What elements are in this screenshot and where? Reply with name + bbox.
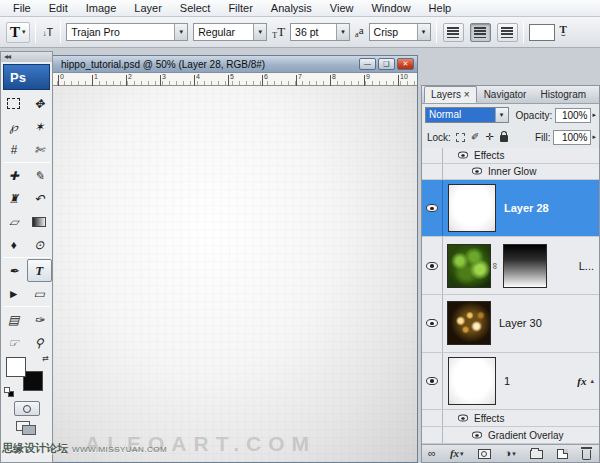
layer-row-1[interactable]: 1 fx ▴ — [422, 353, 599, 411]
menu-edit[interactable]: Edit — [40, 0, 77, 16]
chevron-down-icon[interactable]: ▾ — [253, 24, 266, 40]
visibility-eye-icon[interactable] — [472, 432, 482, 439]
menu-view[interactable]: View — [321, 0, 363, 16]
tab-histogram[interactable]: Histogram — [533, 86, 593, 103]
eyedropper-tool[interactable]: ✑ — [27, 308, 53, 331]
path-selection-tool[interactable]: ► — [1, 282, 27, 305]
menu-file[interactable]: File — [4, 0, 40, 16]
align-right-button[interactable] — [497, 23, 518, 42]
text-color-swatch[interactable] — [529, 24, 555, 41]
layer-mask-thumbnail[interactable] — [503, 244, 547, 288]
layer-style-fx-badge[interactable]: fx — [577, 375, 586, 387]
font-size-select[interactable]: 36 pt ▾ — [290, 23, 350, 41]
inner-glow-row[interactable]: Inner Glow — [422, 164, 599, 180]
maximize-button[interactable]: ❑ — [378, 58, 395, 70]
gradient-overlay-row[interactable]: Gradient Overlay — [422, 427, 599, 444]
eraser-tool[interactable]: ▱ — [1, 210, 27, 233]
screen-mode-button[interactable] — [14, 419, 40, 437]
chevron-down-icon[interactable]: ▾ — [174, 24, 187, 40]
lock-transparency-icon[interactable] — [456, 133, 465, 142]
text-orientation-button[interactable]: ↓T — [41, 26, 56, 38]
link-layers-button[interactable]: ∞ — [428, 448, 436, 459]
delete-layer-button[interactable] — [582, 448, 591, 460]
fill-input[interactable]: 100% — [553, 130, 591, 145]
menu-image[interactable]: Image — [77, 0, 126, 16]
foreground-color-swatch[interactable] — [6, 357, 26, 377]
toolbox-collapse-button[interactable]: ◂◂ — [1, 52, 52, 62]
adjustment-layer-button[interactable]: ◑▾ — [505, 448, 516, 459]
blend-mode-select[interactable]: Normal ▾ — [425, 107, 509, 123]
type-tool[interactable]: T — [27, 259, 53, 282]
align-left-button[interactable] — [443, 23, 464, 42]
menu-analysis[interactable]: Analysis — [262, 0, 321, 16]
shape-tool[interactable]: ▭ — [27, 282, 53, 305]
opacity-input[interactable]: 100% — [555, 108, 591, 123]
default-colors-icon[interactable] — [4, 387, 14, 397]
font-style-select[interactable]: Regular ▾ — [193, 23, 267, 41]
menu-select[interactable]: Select — [171, 0, 220, 16]
chevron-icon[interactable]: ▸ — [592, 133, 596, 141]
blur-tool[interactable]: ♦ — [1, 233, 27, 256]
layer-row-layer-30[interactable]: Layer 30 — [422, 295, 599, 353]
new-layer-button[interactable] — [557, 449, 568, 459]
dodge-tool[interactable]: ⊙ — [27, 233, 53, 256]
document-title-bar[interactable]: hippo_tutorial.psd @ 50% (Layer 28, RGB/… — [37, 56, 417, 73]
align-center-button[interactable] — [470, 23, 491, 42]
zoom-tool[interactable]: ⚲ — [27, 331, 53, 354]
lasso-tool[interactable]: ℘ — [1, 115, 27, 138]
menu-window[interactable]: Window — [362, 0, 419, 16]
tool-preset-picker[interactable]: T ▾ — [6, 22, 30, 43]
rectangular-marquee-tool[interactable] — [1, 92, 27, 115]
layer-thumbnail[interactable] — [448, 357, 496, 405]
move-tool[interactable]: ✥ — [27, 92, 53, 115]
layer-row-layer-28[interactable]: Layer 28 — [422, 180, 599, 238]
hand-tool[interactable]: ☞ — [1, 331, 27, 354]
history-brush-tool[interactable]: ↶ — [27, 187, 53, 210]
effects-row[interactable]: Effects — [422, 148, 599, 164]
photoshop-logo[interactable]: Ps — [3, 64, 50, 90]
brush-tool[interactable]: ✎ — [27, 164, 53, 187]
tab-layers[interactable]: Layers × — [424, 86, 477, 103]
layer-row-masked[interactable]: ∞ L... — [422, 237, 599, 295]
gradient-tool[interactable] — [27, 210, 53, 233]
warp-text-button[interactable]: T ⌣ — [560, 26, 569, 38]
chevron-down-icon[interactable]: ▾ — [495, 108, 508, 122]
font-family-select[interactable]: Trajan Pro ▾ — [66, 23, 188, 41]
swap-colors-icon[interactable]: ⇄ — [42, 354, 49, 363]
chevron-down-icon[interactable]: ▾ — [336, 24, 349, 40]
canvas[interactable]: ALEOART.COM — [37, 86, 417, 462]
visibility-eye-icon[interactable] — [458, 152, 468, 159]
minimize-button[interactable]: — — [359, 58, 376, 70]
lock-pixels-icon[interactable]: ✐ — [471, 132, 479, 142]
healing-brush-tool[interactable]: ✚ — [1, 164, 27, 187]
visibility-eye-icon[interactable] — [426, 262, 438, 270]
menu-filter[interactable]: Filter — [219, 0, 261, 16]
layer-thumbnail[interactable] — [448, 184, 496, 232]
tab-navigator[interactable]: Navigator — [477, 86, 534, 103]
visibility-eye-icon[interactable] — [458, 415, 468, 422]
layer-thumbnail[interactable] — [447, 301, 491, 345]
visibility-eye-icon[interactable] — [472, 168, 482, 175]
visibility-eye-icon[interactable] — [426, 204, 438, 212]
new-group-button[interactable] — [530, 448, 543, 459]
visibility-eye-icon[interactable] — [426, 377, 438, 385]
magic-wand-tool[interactable]: ✶ — [27, 115, 53, 138]
add-layer-mask-button[interactable] — [478, 449, 491, 459]
collapse-effects-icon[interactable]: ▴ — [590, 377, 594, 385]
chevron-down-icon[interactable]: ▾ — [417, 24, 430, 40]
close-button[interactable]: ✕ — [397, 58, 414, 70]
layer-style-button[interactable]: fx▾ — [450, 448, 464, 459]
lock-position-icon[interactable]: ✛ — [485, 132, 493, 142]
quick-mask-button[interactable] — [14, 401, 40, 416]
lock-all-icon[interactable] — [500, 135, 508, 142]
anti-alias-select[interactable]: Crisp ▾ — [369, 23, 431, 41]
effects-row[interactable]: Effects — [422, 410, 599, 427]
crop-tool[interactable]: # — [1, 138, 27, 161]
visibility-eye-icon[interactable] — [426, 319, 438, 327]
clone-stamp-tool[interactable]: ♜ — [1, 187, 27, 210]
menu-layer[interactable]: Layer — [125, 0, 171, 16]
pen-tool[interactable]: ✒ — [1, 259, 27, 282]
background-color-swatch[interactable] — [23, 371, 43, 391]
chevron-icon[interactable]: ▸ — [592, 111, 596, 119]
layer-thumbnail[interactable] — [447, 244, 491, 288]
